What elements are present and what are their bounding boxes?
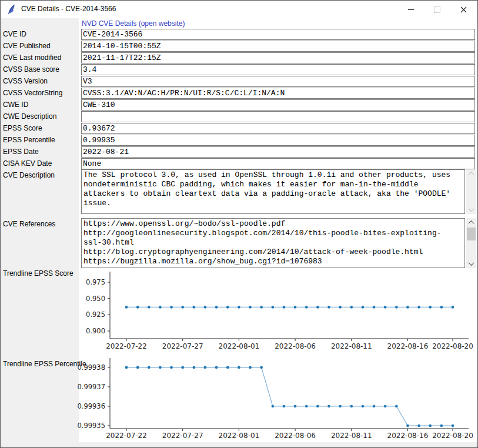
cve-description-label: CVE Description <box>3 171 55 180</box>
cisa-kev-date-label: CISA KEV Date <box>3 159 52 168</box>
svg-text:2022-08-11: 2022-08-11 <box>331 342 372 350</box>
minimize-icon <box>408 9 414 10</box>
cwe-id-field[interactable] <box>81 99 475 111</box>
window-title: CVE Details - CVE-2014-3566 <box>21 5 116 13</box>
titlebar: CVE Details - CVE-2014-3566 <box>1 1 477 18</box>
minimize-button[interactable] <box>397 1 424 18</box>
cvss-base-score-field[interactable] <box>81 64 475 75</box>
cisa-kev-date-field[interactable] <box>81 158 475 169</box>
cwe-id-label: CWE ID <box>3 101 28 109</box>
cve-references-text[interactable]: https://www.openssl.org/~bodo/ssl-poodle… <box>81 218 465 268</box>
svg-text:2022-08-06: 2022-08-06 <box>275 432 316 440</box>
cwe-description-label: CWE Description <box>3 112 56 121</box>
chevron-up-icon <box>469 172 474 178</box>
cvss-vectorstring-label: CVSS VectorString <box>3 89 62 98</box>
chevron-up-icon <box>469 220 474 226</box>
scroll-down-button[interactable] <box>466 259 476 268</box>
svg-text:0.99935: 0.99935 <box>78 422 105 430</box>
app-window: CVE Details - CVE-2014-3566 NVD CVE Deta… <box>0 0 478 448</box>
main-content: NVD CVE Details (open website) CVE ID CV… <box>1 18 477 447</box>
cvss-version-label: CVSS Version <box>3 77 48 86</box>
scroll-down-button[interactable] <box>466 205 476 214</box>
svg-text:2022-08-20: 2022-08-20 <box>432 342 473 350</box>
references-scrollbar[interactable] <box>466 218 476 268</box>
cvss-base-score-label: CVSS Base score <box>3 65 59 74</box>
nvd-details-link[interactable]: NVD CVE Details (open website) <box>82 19 185 28</box>
svg-text:0.950: 0.950 <box>86 295 105 303</box>
maximize-button[interactable] <box>424 1 450 18</box>
svg-text:0.99938: 0.99938 <box>78 363 105 372</box>
epss-score-field[interactable] <box>81 123 475 134</box>
scroll-up-button[interactable] <box>466 169 476 178</box>
cve-id-label: CVE ID <box>3 30 26 39</box>
svg-text:0.99936: 0.99936 <box>78 402 105 410</box>
svg-text:2022-08-16: 2022-08-16 <box>387 342 429 350</box>
svg-text:2022-07-27: 2022-07-27 <box>162 432 203 440</box>
epss-score-chart: 0.9000.9250.9500.9752022-07-222022-07-27… <box>78 268 477 353</box>
svg-text:2022-07-22: 2022-07-22 <box>106 342 147 350</box>
description-scrollbar[interactable] <box>466 169 476 214</box>
epss-date-label: EPSS Date <box>3 148 39 156</box>
svg-text:2022-08-06: 2022-08-06 <box>275 342 316 350</box>
svg-text:2022-08-11: 2022-08-11 <box>331 432 372 440</box>
svg-text:2022-08-01: 2022-08-01 <box>219 432 260 440</box>
trendline-epss-score-label: Trendline EPSS Score <box>3 269 73 278</box>
epss-percentile-label: EPSS Percentile <box>3 136 55 145</box>
svg-text:2022-08-20: 2022-08-20 <box>432 432 473 440</box>
close-button[interactable] <box>450 1 477 18</box>
svg-text:0.900: 0.900 <box>86 327 105 335</box>
svg-text:0.975: 0.975 <box>86 278 105 286</box>
cwe-description-field[interactable] <box>81 111 475 122</box>
trendline-epss-percentile-label: Trendline EPSS Percentile <box>3 360 86 369</box>
chevron-down-icon <box>469 260 474 266</box>
cve-references-label: CVE References <box>3 220 55 229</box>
feather-app-icon <box>7 4 16 15</box>
cve-references-content: https://www.openssl.org/~bodo/ssl-poodle… <box>83 219 450 266</box>
maximize-icon <box>434 6 440 13</box>
chevron-down-icon <box>469 206 474 212</box>
svg-text:2022-07-22: 2022-07-22 <box>106 432 147 440</box>
cve-last-modified-field[interactable] <box>81 52 475 63</box>
scroll-up-button[interactable] <box>466 218 476 227</box>
scrollbar-thumb[interactable] <box>467 228 476 240</box>
epss-date-field[interactable] <box>81 146 475 158</box>
cve-published-field[interactable] <box>81 41 475 52</box>
svg-text:0.99937: 0.99937 <box>78 383 105 391</box>
cve-id-field[interactable] <box>81 29 475 40</box>
epss-percentile-chart: 0.999350.999360.999370.999382022-07-2220… <box>78 354 477 443</box>
cve-published-label: CVE Published <box>3 42 51 51</box>
cvss-version-field[interactable] <box>81 76 475 87</box>
svg-text:2022-08-01: 2022-08-01 <box>219 342 260 350</box>
cve-last-modified-label: CVE Last modified <box>3 54 61 62</box>
close-icon <box>460 6 467 13</box>
svg-text:0.925: 0.925 <box>86 310 105 319</box>
cve-description-content: The SSL protocol 3.0, as used in OpenSSL… <box>83 170 450 208</box>
epss-percentile-field[interactable] <box>81 135 475 146</box>
svg-text:2022-08-16: 2022-08-16 <box>387 432 429 440</box>
epss-score-label: EPSS Score <box>3 124 42 133</box>
svg-text:2022-07-27: 2022-07-27 <box>162 342 203 350</box>
cvss-vectorstring-field[interactable] <box>81 88 475 99</box>
caption-buttons <box>397 1 477 18</box>
cve-description-text[interactable]: The SSL protocol 3.0, as used in OpenSSL… <box>81 169 465 214</box>
